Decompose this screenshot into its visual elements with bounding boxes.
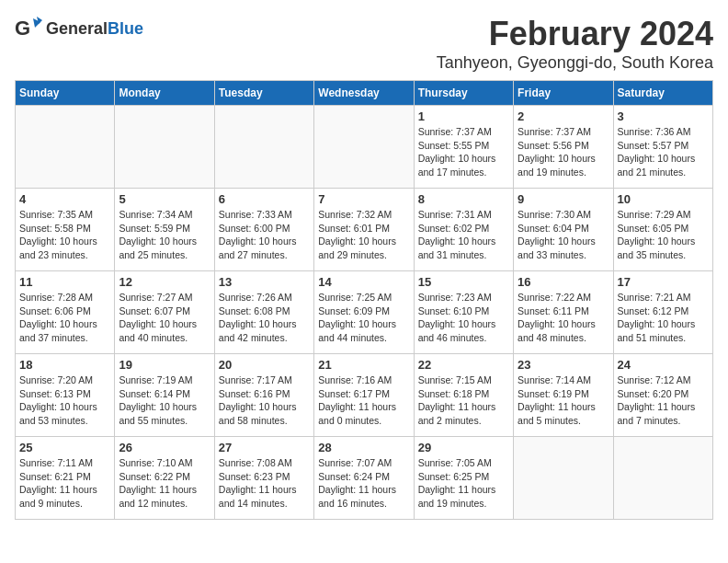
day-number: 2 xyxy=(518,109,609,123)
calendar-cell: 17Sunrise: 7:21 AM Sunset: 6:12 PM Dayli… xyxy=(613,271,712,354)
calendar-cell: 29Sunrise: 7:05 AM Sunset: 6:25 PM Dayli… xyxy=(414,437,513,520)
day-number: 14 xyxy=(318,275,409,289)
calendar-cell: 3Sunrise: 7:36 AM Sunset: 5:57 PM Daylig… xyxy=(613,106,712,189)
header-sunday: Sunday xyxy=(16,81,115,106)
calendar-week-row: 1Sunrise: 7:37 AM Sunset: 5:55 PM Daylig… xyxy=(16,106,713,189)
calendar-cell xyxy=(514,437,613,520)
day-info: Sunrise: 7:23 AM Sunset: 6:10 PM Dayligh… xyxy=(418,291,509,345)
calendar-cell xyxy=(314,106,414,189)
day-number: 23 xyxy=(518,358,609,372)
calendar-cell: 16Sunrise: 7:22 AM Sunset: 6:11 PM Dayli… xyxy=(514,271,613,354)
svg-text:G: G xyxy=(15,17,30,40)
day-number: 26 xyxy=(119,441,210,454)
header-thursday: Thursday xyxy=(414,81,513,106)
day-info: Sunrise: 7:33 AM Sunset: 6:00 PM Dayligh… xyxy=(219,208,310,262)
day-info: Sunrise: 7:25 AM Sunset: 6:09 PM Dayligh… xyxy=(318,291,409,345)
calendar-cell xyxy=(115,106,214,189)
calendar-cell: 22Sunrise: 7:15 AM Sunset: 6:18 PM Dayli… xyxy=(414,354,513,437)
day-info: Sunrise: 7:34 AM Sunset: 5:59 PM Dayligh… xyxy=(119,208,210,262)
logo: G GeneralBlue xyxy=(15,15,143,42)
calendar-cell: 4Sunrise: 7:35 AM Sunset: 5:58 PM Daylig… xyxy=(16,189,115,271)
header-friday: Friday xyxy=(514,81,613,106)
day-info: Sunrise: 7:17 AM Sunset: 6:16 PM Dayligh… xyxy=(219,373,310,428)
day-number: 17 xyxy=(618,275,709,289)
calendar-cell: 27Sunrise: 7:08 AM Sunset: 6:23 PM Dayli… xyxy=(214,437,313,520)
calendar-body: 1Sunrise: 7:37 AM Sunset: 5:55 PM Daylig… xyxy=(16,106,713,520)
day-info: Sunrise: 7:22 AM Sunset: 6:11 PM Dayligh… xyxy=(518,291,609,345)
calendar-cell: 21Sunrise: 7:16 AM Sunset: 6:17 PM Dayli… xyxy=(314,354,414,437)
day-info: Sunrise: 7:32 AM Sunset: 6:01 PM Dayligh… xyxy=(318,208,409,262)
day-info: Sunrise: 7:21 AM Sunset: 6:12 PM Dayligh… xyxy=(618,291,709,345)
calendar-cell: 10Sunrise: 7:29 AM Sunset: 6:05 PM Dayli… xyxy=(613,189,712,271)
day-info: Sunrise: 7:14 AM Sunset: 6:19 PM Dayligh… xyxy=(518,373,609,428)
calendar-cell: 11Sunrise: 7:28 AM Sunset: 6:06 PM Dayli… xyxy=(16,271,115,354)
day-number: 16 xyxy=(518,275,609,289)
calendar-cell: 13Sunrise: 7:26 AM Sunset: 6:08 PM Dayli… xyxy=(214,271,313,354)
day-info: Sunrise: 7:35 AM Sunset: 5:58 PM Dayligh… xyxy=(19,208,110,262)
day-number: 25 xyxy=(19,441,110,454)
calendar-cell: 7Sunrise: 7:32 AM Sunset: 6:01 PM Daylig… xyxy=(314,189,414,271)
day-number: 7 xyxy=(318,192,409,206)
logo-blue: Blue xyxy=(108,19,143,38)
day-number: 24 xyxy=(618,358,709,372)
month-year-title: February 2024 xyxy=(437,15,713,53)
calendar-header: Sunday Monday Tuesday Wednesday Thursday… xyxy=(16,81,713,106)
calendar-cell: 9Sunrise: 7:30 AM Sunset: 6:04 PM Daylig… xyxy=(514,189,613,271)
calendar-cell: 5Sunrise: 7:34 AM Sunset: 5:59 PM Daylig… xyxy=(115,189,214,271)
calendar-cell: 26Sunrise: 7:10 AM Sunset: 6:22 PM Dayli… xyxy=(115,437,214,520)
day-info: Sunrise: 7:07 AM Sunset: 6:24 PM Dayligh… xyxy=(318,456,409,511)
day-info: Sunrise: 7:12 AM Sunset: 6:20 PM Dayligh… xyxy=(618,373,709,428)
day-info: Sunrise: 7:27 AM Sunset: 6:07 PM Dayligh… xyxy=(119,291,210,345)
header-saturday: Saturday xyxy=(613,81,712,106)
day-info: Sunrise: 7:16 AM Sunset: 6:17 PM Dayligh… xyxy=(318,373,409,428)
day-info: Sunrise: 7:20 AM Sunset: 6:13 PM Dayligh… xyxy=(19,373,110,428)
day-number: 13 xyxy=(219,275,310,289)
calendar-cell: 19Sunrise: 7:19 AM Sunset: 6:14 PM Dayli… xyxy=(115,354,214,437)
calendar-cell: 8Sunrise: 7:31 AM Sunset: 6:02 PM Daylig… xyxy=(414,189,513,271)
calendar-cell xyxy=(16,106,115,189)
day-number: 19 xyxy=(119,358,210,372)
day-number: 21 xyxy=(318,358,409,372)
day-info: Sunrise: 7:31 AM Sunset: 6:02 PM Dayligh… xyxy=(418,208,509,262)
title-area: February 2024 Tanhyeon, Gyeonggi-do, Sou… xyxy=(437,15,713,73)
logo-general: General xyxy=(46,19,108,38)
calendar-cell: 28Sunrise: 7:07 AM Sunset: 6:24 PM Dayli… xyxy=(314,437,414,520)
day-info: Sunrise: 7:08 AM Sunset: 6:23 PM Dayligh… xyxy=(219,456,310,511)
calendar-week-row: 4Sunrise: 7:35 AM Sunset: 5:58 PM Daylig… xyxy=(16,189,713,271)
day-number: 6 xyxy=(219,192,310,206)
calendar-week-row: 18Sunrise: 7:20 AM Sunset: 6:13 PM Dayli… xyxy=(16,354,713,437)
day-number: 1 xyxy=(418,109,509,123)
day-info: Sunrise: 7:30 AM Sunset: 6:04 PM Dayligh… xyxy=(518,208,609,262)
day-number: 27 xyxy=(219,441,310,454)
calendar-week-row: 25Sunrise: 7:11 AM Sunset: 6:21 PM Dayli… xyxy=(16,437,713,520)
page-header: G GeneralBlue February 2024 Tanhyeon, Gy… xyxy=(15,15,713,73)
header-wednesday: Wednesday xyxy=(314,81,414,106)
calendar-week-row: 11Sunrise: 7:28 AM Sunset: 6:06 PM Dayli… xyxy=(16,271,713,354)
calendar-cell: 12Sunrise: 7:27 AM Sunset: 6:07 PM Dayli… xyxy=(115,271,214,354)
day-number: 5 xyxy=(119,192,210,206)
day-number: 28 xyxy=(318,441,409,454)
day-number: 29 xyxy=(418,441,509,454)
day-info: Sunrise: 7:37 AM Sunset: 5:55 PM Dayligh… xyxy=(418,125,509,179)
day-info: Sunrise: 7:11 AM Sunset: 6:21 PM Dayligh… xyxy=(19,456,110,511)
header-tuesday: Tuesday xyxy=(214,81,313,106)
day-number: 18 xyxy=(19,358,110,372)
day-info: Sunrise: 7:15 AM Sunset: 6:18 PM Dayligh… xyxy=(418,373,509,428)
day-info: Sunrise: 7:05 AM Sunset: 6:25 PM Dayligh… xyxy=(418,456,509,511)
day-number: 12 xyxy=(119,275,210,289)
calendar-cell: 14Sunrise: 7:25 AM Sunset: 6:09 PM Dayli… xyxy=(314,271,414,354)
day-info: Sunrise: 7:26 AM Sunset: 6:08 PM Dayligh… xyxy=(219,291,310,345)
calendar-cell: 18Sunrise: 7:20 AM Sunset: 6:13 PM Dayli… xyxy=(16,354,115,437)
calendar-cell: 6Sunrise: 7:33 AM Sunset: 6:00 PM Daylig… xyxy=(214,189,313,271)
day-info: Sunrise: 7:10 AM Sunset: 6:22 PM Dayligh… xyxy=(119,456,210,511)
logo-icon: G xyxy=(15,15,42,42)
day-number: 9 xyxy=(518,192,609,206)
day-number: 22 xyxy=(418,358,509,372)
calendar-cell: 15Sunrise: 7:23 AM Sunset: 6:10 PM Dayli… xyxy=(414,271,513,354)
calendar-cell xyxy=(613,437,712,520)
calendar-table: Sunday Monday Tuesday Wednesday Thursday… xyxy=(15,80,713,520)
calendar-cell: 25Sunrise: 7:11 AM Sunset: 6:21 PM Dayli… xyxy=(16,437,115,520)
calendar-cell: 24Sunrise: 7:12 AM Sunset: 6:20 PM Dayli… xyxy=(613,354,712,437)
calendar-cell: 1Sunrise: 7:37 AM Sunset: 5:55 PM Daylig… xyxy=(414,106,513,189)
calendar-cell: 20Sunrise: 7:17 AM Sunset: 6:16 PM Dayli… xyxy=(214,354,313,437)
